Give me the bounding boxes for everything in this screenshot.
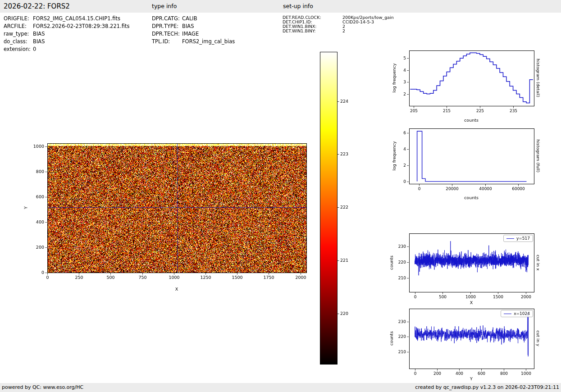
hist-full-xaxis-label: counts — [464, 195, 479, 200]
info-row: do_class:BIAS — [4, 38, 129, 46]
hist-full-side-label: histogram (full) — [536, 139, 541, 172]
setup-info-heading: set-up info — [283, 0, 313, 13]
info-label: DPR.TECH: — [152, 30, 182, 38]
info-value: FORS2.2026-02-23T08:29:38.221.fits — [33, 23, 129, 29]
legend-line-swatch — [506, 238, 514, 239]
info-value: FORS2_IMG_CAL054.15.CHIP1.fits — [33, 15, 120, 22]
cut-y-side-label: cut in y — [536, 330, 541, 346]
info-row: TPL.ID:FORS2_img_cal_bias — [152, 38, 235, 46]
info-value: CALIB — [182, 15, 197, 22]
page-title: 2026-02-22: FORS2 — [4, 0, 70, 13]
legend-line-swatch — [504, 314, 511, 314]
cut-x-side-label: cut in x — [536, 255, 541, 270]
setup-info-column: DET.READ.CLOCK:200Kps/2ports/low_gain DE… — [283, 15, 394, 33]
legend-label: x=1024 — [514, 311, 530, 316]
info-label: ORIGFILE: — [4, 15, 33, 23]
info-value: IMAGE — [182, 31, 199, 37]
info-value: BIAS — [33, 31, 45, 37]
info-row: extension:0 — [4, 46, 129, 53]
info-label: raw_type: — [4, 30, 33, 38]
info-label: DPR.CATG: — [152, 15, 182, 23]
cut-x-yaxis-label: counts — [389, 255, 394, 270]
hist-full-yaxis-label: log frequency — [392, 141, 397, 170]
footer-left-text: powered by QC: www.eso.org/HC — [2, 383, 83, 392]
cut-y-xaxis-label: Y — [470, 376, 473, 381]
info-value: BIAS — [182, 23, 194, 29]
info-value: FORS2_img_cal_bias — [182, 38, 235, 45]
info-label: DET.WIN1.BINY: — [283, 29, 342, 33]
image-xaxis-label: X — [175, 287, 178, 292]
header-bar: 2026-02-22: FORS2 type info set-up info — [0, 0, 561, 13]
info-row: DET.WIN1.BINY:2 — [283, 29, 394, 33]
info-label: ARCFILE: — [4, 23, 33, 30]
footer-bar: powered by QC: www.eso.org/HC created by… — [0, 383, 561, 392]
info-row: ARCFILE:FORS2.2026-02-23T08:29:38.221.fi… — [4, 23, 129, 30]
info-row: DPR.TYPE:BIAS — [152, 23, 235, 30]
info-label: do_class: — [4, 38, 33, 46]
hist-detail-xaxis-label: counts — [464, 118, 479, 123]
file-info-column: ORIGFILE:FORS2_IMG_CAL054.15.CHIP1.fits … — [4, 15, 129, 53]
hist-detail-yaxis-label: log frequency — [392, 63, 397, 92]
cut-x-legend: y=517 — [503, 235, 533, 242]
hist-detail-side-label: histogram (detail) — [536, 59, 541, 97]
info-label: extension: — [4, 46, 33, 53]
footer-right-text: created by qc_rawdisp.py v1.2.3 on 2026-… — [415, 383, 559, 392]
info-value: 2 — [342, 28, 345, 33]
image-yaxis-label: Y — [23, 206, 28, 209]
info-value: BIAS — [33, 38, 45, 45]
info-row: raw_type:BIAS — [4, 30, 129, 38]
info-value: 0 — [33, 46, 36, 52]
type-info-column: DPR.CATG:CALIB DPR.TYPE:BIAS DPR.TECH:IM… — [152, 15, 235, 46]
cut-y-yaxis-label: counts — [389, 331, 394, 346]
info-label: DPR.TYPE: — [152, 23, 182, 30]
info-row: DPR.TECH:IMAGE — [152, 30, 235, 38]
type-info-heading: type info — [152, 0, 177, 13]
cut-x-xaxis-label: X — [470, 300, 473, 305]
info-label: TPL.ID: — [152, 38, 182, 46]
info-value: CCID20-14-5-3 — [342, 19, 374, 24]
cut-y-legend: x=1024 — [501, 310, 533, 317]
info-row: DPR.CATG:CALIB — [152, 15, 235, 23]
info-row: ORIGFILE:FORS2_IMG_CAL054.15.CHIP1.fits — [4, 15, 129, 23]
legend-label: y=517 — [516, 236, 530, 241]
